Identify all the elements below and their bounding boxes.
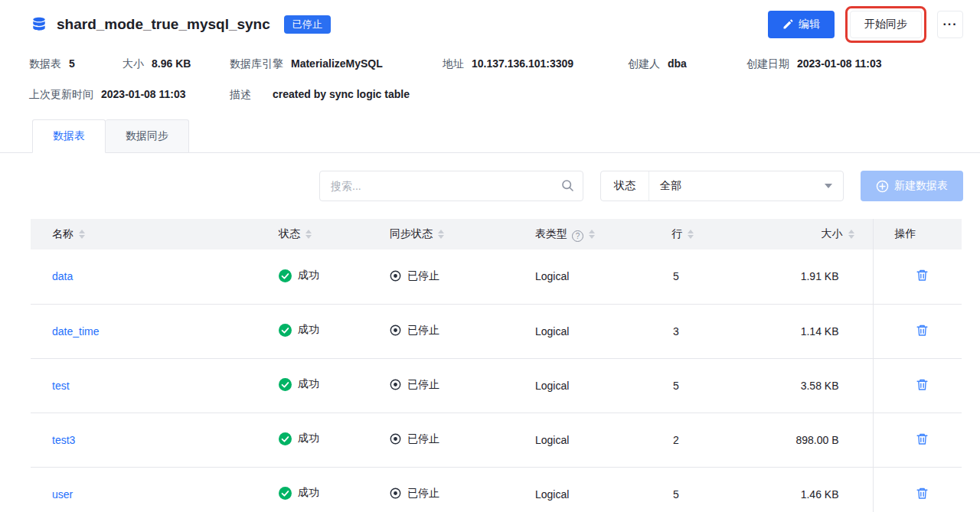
trash-icon — [916, 432, 929, 445]
status-filter-label: 状态 — [601, 171, 649, 201]
stopped-icon — [390, 433, 401, 445]
table-header: 名称 状态 同步状态 表类型? 行 大小 操作 — [31, 219, 962, 249]
tab-bar: 数据表 数据同步 — [0, 119, 980, 153]
table-body: data 成功 已停止 Logical 5 1.91 KB — [31, 249, 962, 512]
sort-icon — [79, 230, 85, 239]
meta-updated-time: 上次更新时间 2023-01-08 11:03 — [29, 88, 230, 102]
status-filter-select[interactable]: 状态 全部 — [600, 171, 844, 201]
meta-created-date: 创建日期 2023-01-08 11:03 — [746, 57, 882, 71]
sync-status-cell: 已停止 — [390, 324, 439, 338]
stopped-icon — [390, 270, 401, 282]
table-type: Logical — [535, 434, 569, 446]
column-header-sync-status[interactable]: 同步状态 — [371, 219, 517, 249]
table-type: Logical — [535, 488, 569, 501]
annotation-highlight: 开始同步 — [845, 6, 926, 43]
tab-data-sync[interactable]: 数据同步 — [106, 119, 189, 153]
status-cell: 成功 — [279, 269, 319, 282]
row-count: 5 — [673, 380, 679, 392]
row-count: 3 — [673, 325, 679, 338]
meta-creator: 创建人 dba — [628, 57, 746, 71]
more-icon: ··· — [943, 18, 958, 31]
column-header-rows[interactable]: 行 — [655, 219, 712, 249]
row-count: 5 — [673, 270, 679, 282]
meta-engine: 数据库引擎 MaterializeMySQL — [230, 57, 443, 71]
edit-button[interactable]: 编辑 — [768, 11, 835, 38]
question-circle-icon: ? — [572, 230, 583, 242]
table-size: 1.46 KB — [801, 488, 839, 501]
trash-icon — [916, 324, 929, 337]
column-header-name[interactable]: 名称 — [31, 219, 260, 249]
column-header-status[interactable]: 状态 — [260, 219, 371, 249]
status-filter-value: 全部 — [649, 179, 825, 193]
create-table-button-label: 新建数据表 — [894, 179, 948, 193]
table-row: test 成功 已停止 Logical 5 3.58 KB — [31, 358, 962, 413]
table-row: user 成功 已停止 Logical 5 1.46 KB — [31, 467, 962, 512]
table-size: 898.00 B — [795, 434, 838, 446]
row-count: 2 — [673, 434, 679, 446]
success-icon — [279, 487, 292, 500]
table-name-link[interactable]: date_time — [52, 325, 99, 338]
search-input[interactable] — [319, 171, 583, 201]
meta-row-2: 上次更新时间 2023-01-08 11:03 描述 created by sy… — [0, 84, 980, 106]
delete-button[interactable] — [916, 432, 929, 445]
more-button[interactable]: ··· — [937, 11, 963, 38]
stopped-icon — [390, 379, 401, 390]
trash-icon — [916, 269, 929, 282]
stopped-icon — [390, 324, 401, 336]
table-type: Logical — [535, 380, 569, 392]
meta-address: 地址 10.137.136.101:3309 — [443, 57, 628, 71]
success-icon — [279, 269, 292, 282]
search-box — [319, 171, 583, 201]
table-size: 1.14 KB — [801, 325, 839, 338]
table-toolbar: 状态 全部 新建数据表 — [0, 171, 980, 201]
start-sync-button-label: 开始同步 — [864, 18, 907, 31]
table-name-link[interactable]: test — [52, 380, 70, 392]
delete-button[interactable] — [916, 269, 929, 282]
column-header-size[interactable]: 大小 — [712, 219, 873, 249]
table-name-link[interactable]: user — [52, 488, 73, 501]
sync-status-cell: 已停止 — [390, 487, 439, 501]
success-icon — [279, 324, 292, 337]
table-row: date_time 成功 已停止 Logical 3 1.14 KB — [31, 304, 962, 358]
status-cell: 成功 — [279, 323, 319, 337]
page-header: shard_mode_true_mysql_sync 已停止 编辑 开始同步 ·… — [0, 0, 980, 49]
plus-circle-icon — [876, 180, 889, 193]
row-count: 5 — [673, 488, 679, 501]
status-cell: 成功 — [279, 432, 319, 445]
table-row: test3 成功 已停止 Logical 2 898.00 B — [31, 413, 962, 467]
table-name-link[interactable]: data — [52, 270, 73, 282]
sort-icon — [305, 230, 312, 239]
delete-button[interactable] — [916, 487, 929, 500]
column-header-table-type[interactable]: 表类型? — [517, 219, 655, 249]
delete-button[interactable] — [916, 378, 929, 391]
tab-data-tables[interactable]: 数据表 — [32, 119, 106, 153]
start-sync-button[interactable]: 开始同步 — [850, 11, 922, 38]
status-badge: 已停止 — [284, 15, 331, 34]
status-cell: 成功 — [279, 377, 319, 391]
success-icon — [279, 378, 292, 391]
trash-icon — [916, 487, 929, 500]
meta-table-count: 数据表 5 — [29, 57, 122, 71]
meta-row-1: 数据表 5 大小 8.96 KB 数据库引擎 MaterializeMySQL … — [0, 54, 980, 75]
table-type: Logical — [535, 325, 569, 338]
pencil-icon — [782, 19, 793, 30]
sort-icon — [848, 230, 854, 239]
delete-button[interactable] — [916, 324, 929, 337]
sort-icon — [688, 230, 694, 239]
meta-size: 大小 8.96 KB — [122, 57, 230, 71]
table-type: Logical — [535, 270, 569, 282]
meta-description: 描述 created by sync logic table — [230, 88, 410, 102]
column-header-actions: 操作 — [873, 219, 962, 249]
header-actions: 编辑 开始同步 ··· — [768, 6, 963, 43]
table-size: 1.91 KB — [801, 270, 839, 282]
sort-icon — [438, 230, 444, 239]
table-size: 3.58 KB — [801, 380, 839, 392]
success-icon — [279, 432, 292, 445]
sync-status-cell: 已停止 — [390, 432, 439, 446]
search-icon — [561, 179, 574, 194]
sync-status-cell: 已停止 — [390, 378, 439, 392]
trash-icon — [916, 378, 929, 391]
table-name-link[interactable]: test3 — [52, 434, 75, 446]
create-table-button[interactable]: 新建数据表 — [861, 171, 963, 201]
stopped-icon — [390, 488, 401, 499]
